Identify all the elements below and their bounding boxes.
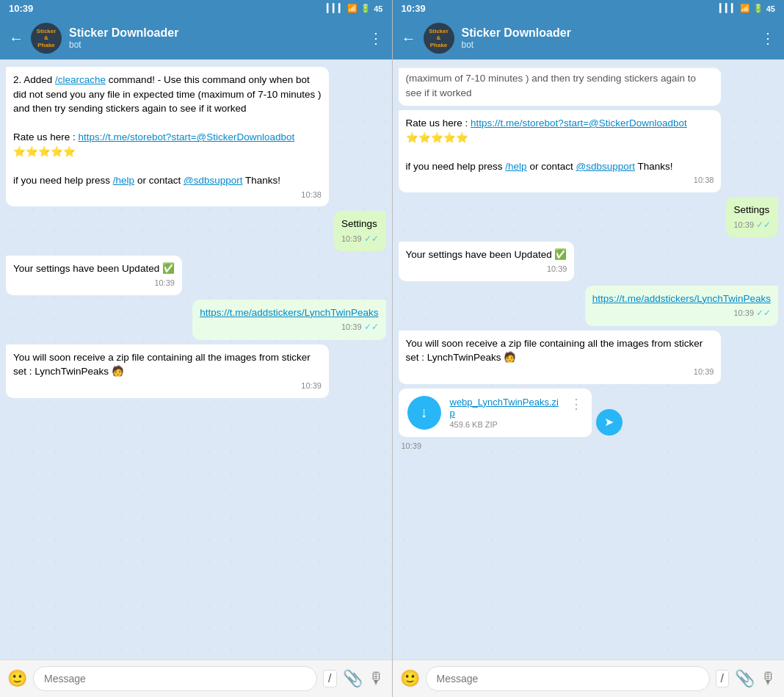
- file-options-icon[interactable]: ⋮: [570, 396, 583, 412]
- right-back-button[interactable]: ←: [402, 30, 416, 47]
- right-addstickers-link[interactable]: https://t.me/addstickers/LynchTwinPeaks: [592, 293, 771, 304]
- file-size: 459.6 KB ZIP: [450, 420, 561, 429]
- file-info: webp_LynchTwinPeaks.zip 459.6 KB ZIP: [450, 397, 561, 429]
- clearcache-link[interactable]: /clearcache: [55, 74, 106, 85]
- left-back-button[interactable]: ←: [9, 30, 23, 47]
- right-storebot-link[interactable]: https://t.me/storebot?start=@StickerDown…: [471, 118, 687, 129]
- right-sticker-icon[interactable]: 🙂: [400, 669, 420, 688]
- right-msg-2: Rate us here : https://t.me/storebot?sta…: [399, 110, 722, 192]
- right-msg-4-time: 10:39: [406, 264, 567, 275]
- left-mic-icon[interactable]: 🎙: [369, 669, 385, 688]
- right-input-bar: 🙂 / 📎 🎙: [393, 660, 785, 697]
- right-msg-7-time: 10:39: [399, 441, 422, 450]
- left-msg-4-checks: ✓✓: [364, 321, 379, 333]
- left-attach-icon[interactable]: 📎: [343, 669, 363, 688]
- left-status-bar: 10:39 ▎▎▎ 📶 🔋 45: [0, 0, 392, 17]
- left-chat-subtitle: bot: [69, 40, 361, 50]
- left-chat-header: ← Sticker&Phake Sticker Downloader bot ⋮: [0, 17, 392, 59]
- right-msg-5-time: 10:39 ✓✓: [592, 307, 771, 319]
- right-attach-icon[interactable]: 📎: [735, 669, 755, 688]
- left-avatar: Sticker&Phake: [31, 23, 62, 54]
- left-input-bar: 🙂 / 📎 🎙: [0, 660, 392, 697]
- wifi-icon: 📶: [347, 4, 357, 13]
- right-msg-6: You will soon receive a zip file contain…: [399, 331, 722, 384]
- left-msg-4-time: 10:39 ✓✓: [200, 321, 378, 333]
- right-chat-panel: 10:39 ▎▎▎ 📶 🔋 45 ← Sticker&Phake Sticker…: [393, 0, 785, 697]
- left-menu-button[interactable]: ⋮: [369, 29, 383, 47]
- right-signal-icon: ▎▎▎: [719, 4, 737, 13]
- right-slash-icon[interactable]: /: [716, 670, 729, 687]
- right-mic-icon[interactable]: 🎙: [761, 669, 777, 688]
- left-status-icons: ▎▎▎ 📶 🔋 45: [327, 4, 382, 13]
- left-msg-2: Settings 10:39 ✓✓: [334, 211, 386, 251]
- right-help-link[interactable]: /help: [505, 161, 526, 172]
- left-msg-5-time: 10:39: [13, 380, 322, 392]
- left-sticker-icon[interactable]: 🙂: [7, 669, 27, 688]
- right-msg-5-checks: ✓✓: [756, 307, 771, 319]
- right-time: 10:39: [402, 3, 426, 14]
- right-wifi-icon: 📶: [740, 4, 750, 13]
- left-msg-1-time: 10:38: [13, 189, 322, 201]
- left-msg-4: https://t.me/addstickers/LynchTwinPeaks …: [192, 300, 385, 340]
- left-chat-title: Sticker Downloader: [69, 26, 361, 40]
- left-help-link[interactable]: /help: [113, 175, 134, 186]
- right-msg-3-checks: ✓✓: [756, 219, 771, 231]
- right-status-icons: ▎▎▎ 📶 🔋 45: [719, 4, 775, 13]
- left-message-input[interactable]: [33, 666, 317, 691]
- right-sdbsupport-link[interactable]: @sdbsupport: [576, 161, 635, 172]
- left-msg-3-time: 10:39: [13, 278, 175, 289]
- left-msg-5: You will soon receive a zip file contain…: [6, 344, 329, 398]
- right-msg-3-time: 10:39 ✓✓: [733, 219, 771, 231]
- right-status-bar: 10:39 ▎▎▎ 📶 🔋 45: [393, 0, 785, 17]
- left-msg-3: Your settings have been Updated ✅ 10:39: [6, 256, 182, 295]
- left-chat-panel: 10:39 ▎▎▎ 📶 🔋 45 ← Sticker&Phake Sticker…: [0, 0, 393, 697]
- right-msg-5: https://t.me/addstickers/LynchTwinPeaks …: [585, 286, 778, 326]
- left-time: 10:39: [9, 3, 33, 14]
- right-header-info: Sticker Downloader bot: [462, 26, 754, 50]
- right-chat-title: Sticker Downloader: [462, 26, 754, 40]
- left-sdbsupport-link[interactable]: @sdbsupport: [184, 175, 243, 186]
- left-msg-2-time: 10:39 ✓✓: [341, 233, 379, 245]
- right-msg-7-container: ↓ webp_LynchTwinPeaks.zip 459.6 KB ZIP ⋮…: [399, 389, 626, 437]
- right-chat-header: ← Sticker&Phake Sticker Downloader bot ⋮: [393, 17, 785, 59]
- battery-icon: 🔋: [360, 4, 371, 13]
- right-chat-subtitle: bot: [462, 40, 754, 50]
- right-message-input[interactable]: [426, 666, 710, 691]
- left-messages-area: 2. Added /clearcache command! - Use this…: [0, 59, 392, 660]
- right-msg-6-time: 10:39: [406, 366, 714, 378]
- download-button[interactable]: ↓: [407, 396, 441, 430]
- right-battery-icon: 🔋: [753, 4, 763, 13]
- file-name[interactable]: webp_LynchTwinPeaks.zip: [450, 397, 561, 419]
- battery-level: 45: [374, 4, 382, 13]
- right-msg-3: Settings 10:39 ✓✓: [726, 197, 778, 237]
- signal-icon: ▎▎▎: [327, 4, 344, 13]
- left-msg-2-checks: ✓✓: [364, 233, 379, 245]
- left-header-info: Sticker Downloader bot: [69, 26, 361, 50]
- right-battery-level: 45: [766, 4, 775, 13]
- share-button[interactable]: ➤: [596, 409, 623, 436]
- right-msg-2-time: 10:38: [406, 175, 714, 187]
- right-msg-1-truncated: (maximum of 7-10 minutes ) and then try …: [406, 73, 696, 98]
- left-addstickers-link[interactable]: https://t.me/addstickers/LynchTwinPeaks: [200, 307, 378, 318]
- left-storebot-link[interactable]: https://t.me/storebot?start=@StickerDown…: [79, 131, 295, 142]
- right-msg-4: Your settings have been Updated ✅ 10:39: [399, 242, 575, 281]
- right-messages-area: (maximum of 7-10 minutes ) and then try …: [393, 59, 785, 660]
- right-avatar: Sticker&Phake: [424, 23, 454, 54]
- right-msg-1: (maximum of 7-10 minutes ) and then try …: [399, 67, 722, 106]
- right-menu-button[interactable]: ⋮: [761, 29, 775, 47]
- right-file-bubble: ↓ webp_LynchTwinPeaks.zip 459.6 KB ZIP ⋮: [399, 389, 592, 437]
- left-slash-icon[interactable]: /: [323, 670, 336, 687]
- left-msg-1: 2. Added /clearcache command! - Use this…: [6, 67, 329, 206]
